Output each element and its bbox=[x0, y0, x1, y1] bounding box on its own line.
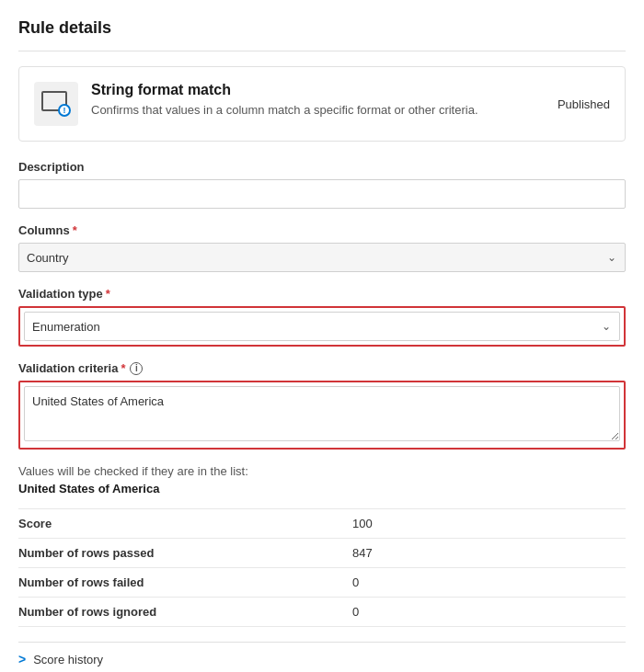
stat-value: 0 bbox=[352, 598, 626, 627]
table-row: Number of rows failed 0 bbox=[18, 568, 626, 598]
validation-criteria-info-icon[interactable]: i bbox=[130, 362, 143, 375]
columns-section: Columns * Country ⌄ bbox=[18, 223, 626, 272]
description-section: Description bbox=[18, 160, 626, 209]
rule-info: String format match Confirms that values… bbox=[91, 82, 545, 119]
title-divider bbox=[18, 51, 626, 51]
rule-icon-circle: ! bbox=[58, 104, 71, 117]
validation-type-label: Validation type * bbox=[18, 287, 626, 301]
stat-label: Score bbox=[18, 509, 352, 539]
score-history-chevron-right-icon: > bbox=[18, 652, 26, 666]
criteria-list-value: United States of America bbox=[18, 482, 626, 495]
validation-select-inner: Enumeration ⌄ bbox=[24, 312, 620, 341]
table-row: Number of rows ignored 0 bbox=[18, 598, 626, 627]
validation-type-select[interactable]: Enumeration bbox=[24, 312, 620, 341]
stat-label: Number of rows passed bbox=[18, 539, 352, 568]
validation-type-section: Validation type * Enumeration ⌄ bbox=[18, 287, 626, 347]
description-input[interactable] bbox=[18, 179, 626, 209]
validation-criteria-label: Validation criteria * i bbox=[18, 361, 626, 375]
page-title: Rule details bbox=[18, 18, 626, 38]
validation-criteria-required: * bbox=[121, 361, 125, 375]
stat-value: 847 bbox=[352, 539, 626, 568]
rule-icon-box: ! bbox=[34, 82, 78, 126]
description-label: Description bbox=[18, 160, 626, 174]
stats-table: Score 100 Number of rows passed 847 Numb… bbox=[18, 508, 626, 627]
rule-status-badge: Published bbox=[558, 97, 610, 111]
columns-select-wrapper: Country ⌄ bbox=[18, 243, 626, 272]
criteria-note: Values will be checked if they are in th… bbox=[18, 464, 626, 478]
validation-criteria-highlight-box: United States of America bbox=[18, 381, 626, 450]
stat-label: Number of rows ignored bbox=[18, 598, 352, 627]
validation-type-required: * bbox=[106, 287, 110, 301]
columns-required: * bbox=[73, 223, 77, 237]
validation-type-highlight-box: Enumeration ⌄ bbox=[18, 306, 626, 347]
rule-card: ! String format match Confirms that valu… bbox=[18, 66, 626, 142]
score-history-label: Score history bbox=[33, 653, 103, 666]
validation-criteria-textarea[interactable]: United States of America bbox=[24, 386, 620, 441]
rule-description: Confirms that values in a column match a… bbox=[91, 102, 545, 119]
columns-label: Columns * bbox=[18, 223, 626, 237]
rule-icon: ! bbox=[41, 91, 71, 117]
stat-value: 0 bbox=[352, 568, 626, 598]
stat-value: 100 bbox=[352, 509, 626, 539]
validation-criteria-section: Validation criteria * i United States of… bbox=[18, 361, 626, 450]
stat-label: Number of rows failed bbox=[18, 568, 352, 598]
rule-title: String format match bbox=[91, 82, 545, 98]
table-row: Score 100 bbox=[18, 509, 626, 539]
columns-select[interactable]: Country bbox=[18, 243, 626, 272]
table-row: Number of rows passed 847 bbox=[18, 539, 626, 568]
score-history-row[interactable]: > Score history bbox=[18, 642, 626, 672]
